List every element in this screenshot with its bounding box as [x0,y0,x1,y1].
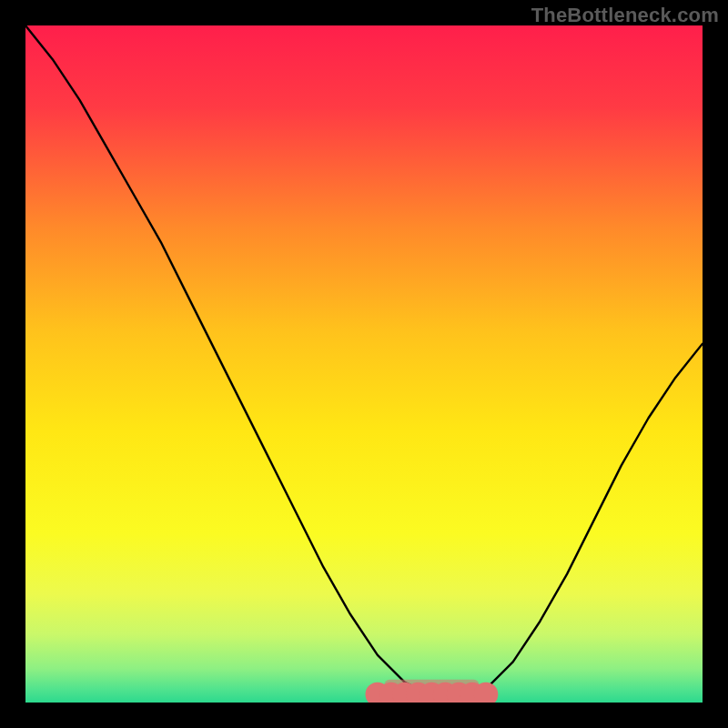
watermark-text: TheBottleneck.com [531,4,719,27]
chart-frame: TheBottleneck.com [0,0,728,728]
chart-svg [25,25,703,703]
plot-area [25,25,703,703]
svg-rect-0 [25,25,703,703]
